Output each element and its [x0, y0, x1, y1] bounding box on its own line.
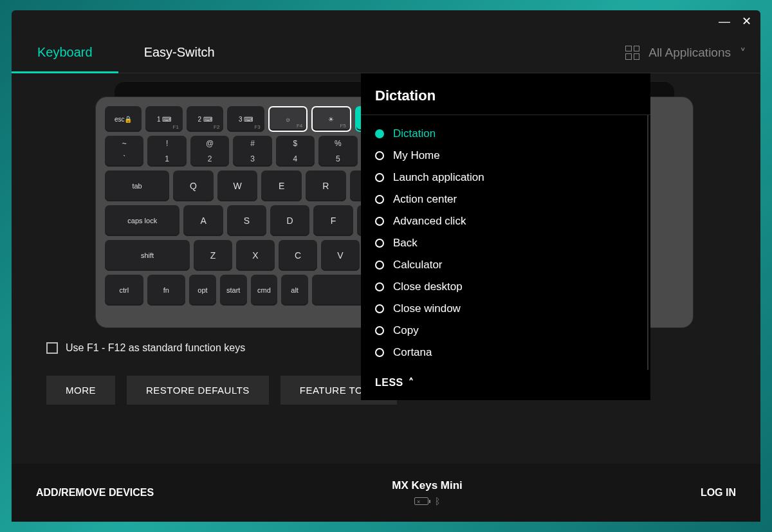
key-capslock[interactable]: caps lock: [105, 205, 179, 236]
panel-option[interactable]: Action center: [375, 188, 633, 210]
panel-option-label: Advanced click: [393, 215, 466, 228]
panel-option[interactable]: Close window: [375, 298, 633, 320]
key-f3[interactable]: 3 ⌨: [227, 106, 264, 132]
radio-icon: [375, 239, 384, 248]
key-f1[interactable]: 1 ⌨: [145, 106, 182, 132]
key-e[interactable]: E: [261, 170, 302, 201]
key-d[interactable]: D: [270, 205, 309, 236]
topbar: Keyboard Easy-Switch All Applications ˅: [12, 32, 760, 73]
key-f5[interactable]: ☀: [311, 106, 351, 132]
panel-option[interactable]: Close desktop: [375, 276, 633, 298]
key-shift[interactable]: shift: [105, 240, 190, 271]
panel-option-label: Launch application: [393, 171, 484, 184]
radio-icon: [375, 129, 384, 138]
fn-standard-label: Use F1 - F12 as standard function keys: [66, 342, 245, 354]
battery-icon: ×: [414, 497, 428, 505]
key-2[interactable]: @2: [190, 136, 229, 167]
radio-icon: [375, 195, 384, 204]
panel-option[interactable]: My Home: [375, 145, 633, 167]
key-w[interactable]: W: [217, 170, 258, 201]
key-f4[interactable]: ☼: [268, 106, 308, 132]
chevron-down-icon: ˅: [740, 46, 746, 60]
login-button[interactable]: LOG IN: [701, 487, 736, 499]
radio-icon: [375, 261, 384, 270]
tab-keyboard[interactable]: Keyboard: [12, 32, 118, 73]
app-window: — ✕ Keyboard Easy-Switch All Application…: [12, 10, 760, 522]
key-a[interactable]: A: [183, 205, 223, 236]
panel-option[interactable]: Cortana: [375, 342, 633, 363]
key-fn[interactable]: fn: [147, 275, 186, 306]
panel-option-label: Back: [393, 237, 418, 250]
panel-option[interactable]: Dictation: [375, 123, 633, 145]
panel-option[interactable]: Back: [375, 232, 633, 254]
panel-option-label: Calculator: [393, 259, 443, 271]
key-x[interactable]: X: [236, 240, 275, 271]
panel-option[interactable]: Advanced click: [375, 210, 633, 232]
panel-option-label: My Home: [393, 149, 440, 162]
minimize-icon[interactable]: —: [719, 15, 730, 28]
key-backtick[interactable]: ~`: [105, 136, 143, 167]
key-1[interactable]: !1: [147, 136, 186, 167]
panel-option-label: Close window: [393, 302, 461, 315]
key-start[interactable]: start: [220, 275, 247, 306]
panel-option-label: Action center: [393, 193, 457, 206]
radio-icon: [375, 217, 384, 226]
add-remove-devices-button[interactable]: ADD/REMOVE DEVICES: [36, 487, 154, 499]
footer: ADD/REMOVE DEVICES MX Keys Mini × ᛒ LOG …: [12, 464, 760, 522]
panel-option-label: Dictation: [393, 127, 436, 140]
key-opt[interactable]: opt: [189, 275, 216, 306]
panel-option-label: Close desktop: [393, 280, 463, 293]
key-tab[interactable]: tab: [105, 170, 169, 201]
key-ctrl[interactable]: ctrl: [105, 275, 143, 306]
tab-easy-switch[interactable]: Easy-Switch: [118, 32, 241, 73]
bluetooth-icon: ᛒ: [435, 496, 440, 506]
fn-standard-checkbox[interactable]: [46, 342, 58, 354]
panel-option[interactable]: Launch application: [375, 167, 633, 188]
less-toggle[interactable]: LESS ˄: [361, 370, 650, 389]
key-3[interactable]: #3: [233, 136, 271, 167]
key-f2[interactable]: 2 ⌨: [187, 106, 223, 132]
radio-icon: [375, 326, 384, 335]
panel-option-list: DictationMy HomeLaunch applicationAction…: [361, 115, 648, 370]
radio-icon: [375, 151, 384, 160]
panel-title: Dictation: [361, 87, 650, 115]
titlebar: — ✕: [12, 10, 760, 32]
radio-icon: [375, 173, 384, 182]
grid-icon: [625, 46, 639, 60]
key-4[interactable]: $4: [276, 136, 315, 167]
key-r[interactable]: R: [306, 170, 346, 201]
key-cmd[interactable]: cmd: [251, 275, 278, 306]
key-s[interactable]: S: [227, 205, 266, 236]
radio-icon: [375, 282, 384, 291]
key-f[interactable]: F: [313, 205, 353, 236]
tabs: Keyboard Easy-Switch: [12, 32, 241, 73]
action-picker-panel: Dictation DictationMy HomeLaunch applica…: [361, 73, 650, 400]
panel-option[interactable]: Calculator: [375, 254, 633, 276]
key-c[interactable]: C: [279, 240, 317, 271]
more-button[interactable]: MORE: [46, 376, 115, 405]
device-name: MX Keys Mini: [392, 479, 463, 492]
app-scope-label: All Applications: [648, 46, 731, 60]
panel-option[interactable]: Copy: [375, 320, 633, 342]
chevron-up-icon: ˄: [409, 376, 414, 389]
radio-icon: [375, 348, 384, 357]
close-icon[interactable]: ✕: [742, 14, 751, 28]
radio-icon: [375, 304, 384, 313]
device-indicator[interactable]: MX Keys Mini × ᛒ: [392, 479, 463, 506]
key-v[interactable]: V: [321, 240, 360, 271]
key-q[interactable]: Q: [173, 170, 214, 201]
key-z[interactable]: Z: [194, 240, 232, 271]
panel-option-label: Cortana: [393, 346, 432, 359]
content-area: esc🔒 1 ⌨ 2 ⌨ 3 ⌨ ☼ ☀ 🎤 ~` !1 @2 #3 $4: [12, 73, 760, 464]
key-5[interactable]: %5: [318, 136, 357, 167]
device-status-icons: × ᛒ: [414, 496, 440, 506]
panel-option-label: Copy: [393, 324, 419, 337]
key-alt[interactable]: alt: [281, 275, 308, 306]
app-scope-selector[interactable]: All Applications ˅: [625, 45, 746, 60]
restore-defaults-button[interactable]: RESTORE DEFAULTS: [127, 376, 269, 405]
key-esc[interactable]: esc🔒: [105, 106, 142, 132]
less-label: LESS: [375, 377, 403, 389]
